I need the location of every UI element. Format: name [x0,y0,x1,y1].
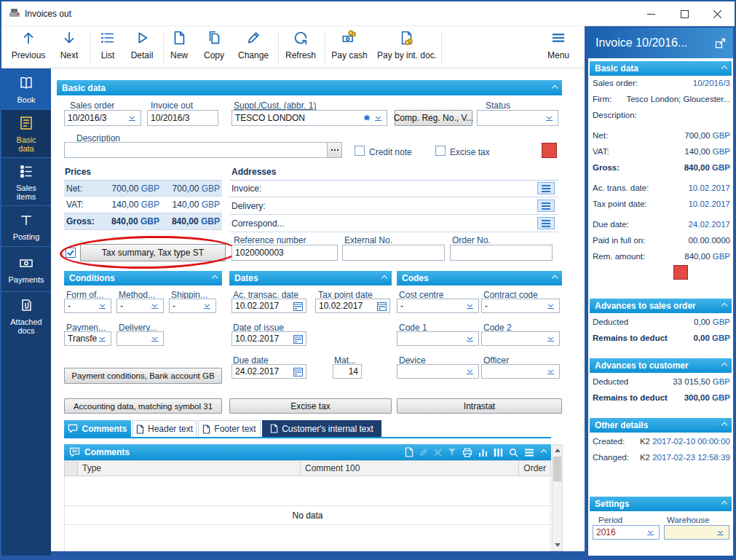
credit-note-checkbox[interactable] [355,146,365,156]
invoice-out-input[interactable]: 10/2016/3 [147,110,218,126]
panel-settings-header[interactable]: Settings [590,497,732,511]
refresh-button[interactable]: Refresh [282,30,319,60]
external-no-input[interactable] [342,245,445,261]
collapse-icon[interactable] [552,84,558,90]
device-combo[interactable] [397,364,479,379]
delivery-address-menu-button[interactable] [537,200,555,212]
tax-summary-checkbox[interactable] [66,248,76,258]
sidebar-item-book[interactable]: Book [1,68,51,109]
calendar-icon[interactable] [293,367,303,376]
officer-combo[interactable] [481,364,560,379]
new-button[interactable]: New [165,30,193,60]
dropdown-icon[interactable] [97,299,108,312]
collapse-icon[interactable] [552,275,558,281]
calendar-icon[interactable] [377,301,387,311]
collapse-icon[interactable] [721,303,727,309]
method-combo[interactable]: - [116,299,164,313]
sidebar-item-basic-data[interactable]: Basic data [1,109,51,157]
change-button[interactable]: Change [234,30,272,60]
new-record-icon[interactable] [405,447,413,457]
comp-reg-button[interactable]: Comp. Reg. No., V... [395,110,472,126]
collapse-icon[interactable] [381,275,387,281]
excise-tax-button[interactable]: Excise tax [229,398,392,414]
collapse-icon[interactable] [721,66,727,71]
code1-combo[interactable] [397,331,479,346]
column-header-comment[interactable]: Comment 100 [301,461,519,476]
dropdown-icon[interactable] [127,111,138,125]
dropdown-icon[interactable] [97,332,108,345]
form-of-combo[interactable]: - [64,299,111,313]
basic-data-section-header[interactable]: Basic data [57,80,562,95]
delivery-combo[interactable] [116,331,164,346]
dropdown-icon[interactable] [149,299,160,312]
dropdown-icon[interactable] [202,299,213,312]
column-header-type[interactable]: Type [78,461,301,476]
contract-code-combo[interactable]: - [481,299,560,313]
customer-input[interactable]: TESCO LONDON [232,110,387,126]
calendar-icon[interactable] [293,301,303,311]
sidebar-item-posting[interactable]: Posting [1,205,51,246]
code2-combo[interactable] [481,331,560,346]
dropdown-icon[interactable] [464,332,475,345]
collapse-icon[interactable] [721,422,727,428]
sidebar-item-payments[interactable]: Payments [1,246,51,291]
tax-summary-button[interactable]: Tax summary, Tax type ST [80,244,226,261]
ac-transac-date-input[interactable]: 10.02.2017 [232,299,306,313]
due-date-input[interactable]: 24.02.2017 [232,364,306,379]
codes-section-header[interactable]: Codes [397,271,562,285]
sidebar-item-sales-items[interactable]: Sales items [1,157,51,205]
panel-adv-order-header[interactable]: Advances to sales order [590,299,732,313]
seal-icon[interactable] [363,114,371,122]
collapse-icon[interactable] [212,275,218,281]
reference-number-input[interactable]: 1020000003 [232,245,338,261]
dropdown-icon[interactable] [715,526,726,539]
sidebar-item-attached-docs[interactable]: Attached docs [1,291,51,339]
dropdown-icon[interactable] [544,111,555,125]
ellipsis-button[interactable] [327,143,341,157]
minimize-button[interactable] [635,1,667,26]
date-of-issue-input[interactable]: 10.02.2017 [232,331,306,346]
tab-header-text[interactable]: Header text [132,420,197,437]
dropdown-icon[interactable] [149,332,160,345]
dropdown-icon[interactable] [373,111,384,125]
collapse-icon[interactable] [542,450,546,454]
tab-footer-text[interactable]: Footer text [198,420,261,437]
scroll-up-icon[interactable] [555,449,561,452]
conditions-section-header[interactable]: Conditions [64,271,222,285]
correspond-address-menu-button[interactable] [537,217,555,229]
dropdown-icon[interactable] [545,299,556,312]
invoice-address-menu-button[interactable] [537,182,555,194]
excise-tax-checkbox[interactable] [435,146,446,156]
description-input[interactable] [64,142,342,158]
tab-comments[interactable]: Comments [64,420,131,437]
list-button[interactable]: List [93,30,122,60]
payment-combo[interactable]: Transfe [64,331,111,346]
dropdown-icon[interactable] [545,365,556,378]
order-no-input[interactable] [450,245,553,261]
intrastat-button[interactable]: Intrastat [397,398,562,414]
collapse-icon[interactable] [721,363,727,368]
print-icon[interactable] [462,448,472,457]
pay-by-int-doc-button[interactable]: Pay by int. doc. [376,30,438,60]
columns-icon[interactable] [494,448,503,457]
tab-customers-internal-text[interactable]: Customer's internal text [262,420,381,437]
vertical-scrollbar[interactable] [552,444,563,551]
chart-icon[interactable] [478,448,488,457]
dates-section-header[interactable]: Dates [229,271,392,285]
panel-other-details-header[interactable]: Other details [590,418,732,433]
customer-label[interactable]: Suppl./Cust. (abbr. 1) [234,100,316,111]
panel-adv-customer-header[interactable]: Advances to customer [590,358,732,373]
shipping-combo[interactable]: - [169,299,216,313]
period-combo[interactable]: 2016 [593,525,660,540]
open-external-icon[interactable] [715,38,726,49]
maturity-input[interactable]: 14 [333,364,362,379]
scroll-down-icon[interactable] [555,543,561,547]
menu-button[interactable]: Menu [542,30,575,60]
sales-order-combo[interactable]: 10/2016/3 [64,110,141,126]
accounting-data-button[interactable]: Accounting data, matching symbol 31 [64,398,222,414]
detail-button[interactable]: Detail [125,30,159,60]
dropdown-icon[interactable] [464,299,475,312]
payment-conditions-button[interactable]: Payment conditions, Bank account GB [64,368,222,384]
dropdown-icon[interactable] [545,332,556,345]
cost-centre-combo[interactable]: - [397,299,479,313]
